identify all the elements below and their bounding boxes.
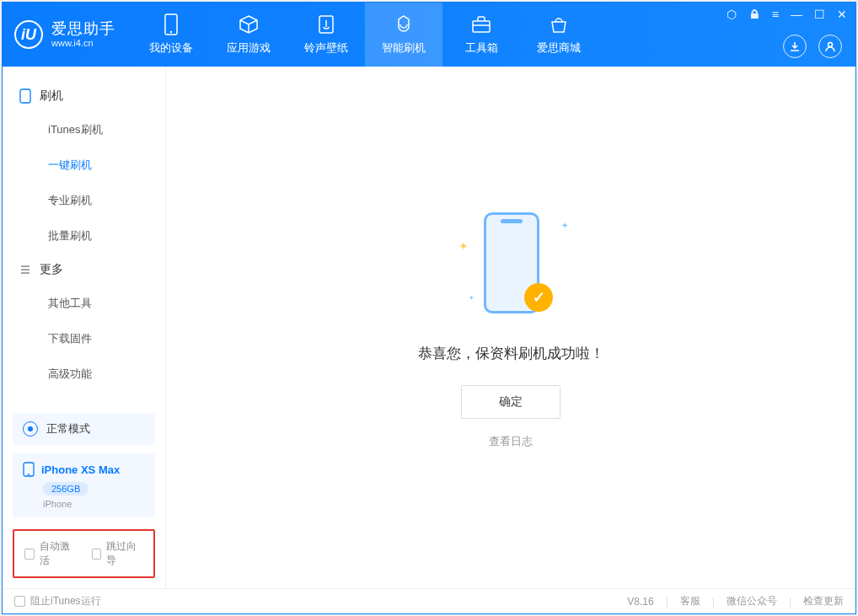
footer-right: V8.16 | 客服 | 微信公众号 | 检查更新 [627, 594, 844, 608]
sidebar-item-batch-flash[interactable]: 批量刷机 [3, 218, 165, 254]
minimize-icon[interactable]: — [791, 8, 802, 21]
mode-card[interactable]: 正常模式 [13, 413, 155, 445]
footer: 阻止iTunes运行 V8.16 | 客服 | 微信公众号 | 检查更新 [3, 588, 855, 613]
checkbox-label: 阻止iTunes运行 [30, 594, 101, 608]
svg-point-1 [170, 31, 172, 33]
svg-point-7 [28, 474, 29, 475]
checkbox-label: 自动激活 [40, 539, 77, 568]
body: 刷机 iTunes刷机 一键刷机 专业刷机 批量刷机 更多 其他工具 下载固件 … [3, 67, 855, 588]
maximize-icon[interactable]: ☐ [814, 8, 825, 21]
nav-label: 工具箱 [465, 40, 498, 56]
header-actions [783, 35, 842, 58]
device-card[interactable]: iPhone XS Max 256GB iPhone [13, 453, 155, 517]
device-icon [160, 13, 182, 35]
phone-icon [19, 88, 31, 104]
success-check-icon: ✓ [524, 283, 553, 312]
sidebar: 刷机 iTunes刷机 一键刷机 专业刷机 批量刷机 更多 其他工具 下载固件 … [3, 67, 166, 588]
sparkle-icon: ✦ [561, 221, 568, 230]
sidebar-section-flash: 刷机 [3, 80, 165, 112]
toolbox-icon [470, 13, 492, 35]
checkbox-icon [92, 549, 102, 560]
footer-link-update[interactable]: 检查更新 [803, 594, 844, 608]
view-log-link[interactable]: 查看日志 [489, 434, 533, 449]
user-icon[interactable] [818, 35, 842, 58]
device-phone-icon [23, 462, 35, 477]
sidebar-item-download-firmware[interactable]: 下载固件 [3, 321, 165, 356]
svg-rect-5 [20, 89, 30, 103]
highlighted-checkbox-row: 自动激活 跳过向导 [13, 529, 155, 578]
shirt-icon[interactable]: ⬡ [727, 8, 737, 21]
nav-tab-ringtones[interactable]: 铃声壁纸 [287, 3, 365, 67]
sidebar-bottom: 正常模式 iPhone XS Max 256GB iPhone 自动激活 [3, 413, 165, 588]
section-title: 更多 [40, 262, 63, 277]
separator: | [789, 596, 791, 608]
app-subtitle: www.i4.cn [51, 38, 115, 48]
device-capacity: 256GB [43, 482, 88, 495]
flash-icon [393, 13, 415, 35]
logo-icon: iU [14, 20, 43, 49]
sidebar-item-oneclick-flash[interactable]: 一键刷机 [3, 147, 165, 183]
checkbox-icon [24, 549, 35, 560]
app-window: iU 爱思助手 www.i4.cn 我的设备 应用游戏 [2, 2, 856, 614]
success-message: 恭喜您，保资料刷机成功啦！ [418, 344, 604, 363]
success-illustration: ✦ ✦ ✦ ✓ [452, 206, 570, 324]
sparkle-icon: ✦ [469, 294, 475, 302]
menu-icon[interactable]: ≡ [772, 8, 779, 21]
download-icon[interactable] [783, 35, 807, 58]
checkbox-block-itunes[interactable]: 阻止iTunes运行 [14, 594, 101, 608]
list-icon [19, 264, 31, 276]
version-label: V8.16 [627, 596, 653, 608]
separator: | [666, 596, 668, 608]
sparkle-icon: ✦ [458, 239, 469, 253]
nav-label: 爱思商城 [537, 40, 581, 56]
checkbox-icon [14, 596, 25, 607]
section-title: 刷机 [40, 88, 63, 104]
sidebar-item-advanced[interactable]: 高级功能 [3, 356, 165, 392]
checkbox-auto-activate[interactable]: 自动激活 [24, 539, 77, 568]
sidebar-section-more: 更多 [3, 254, 165, 286]
nav-tabs: 我的设备 应用游戏 铃声壁纸 智能刷机 [132, 3, 598, 67]
mode-label: 正常模式 [46, 421, 90, 437]
nav-label: 应用游戏 [227, 40, 271, 56]
nav-label: 铃声壁纸 [304, 40, 348, 56]
device-type: iPhone [43, 499, 145, 509]
sidebar-item-itunes-flash[interactable]: iTunes刷机 [3, 112, 165, 147]
nav-label: 智能刷机 [382, 40, 426, 56]
svg-rect-3 [473, 21, 490, 32]
nav-tab-flash[interactable]: 智能刷机 [365, 3, 442, 67]
nav-tab-toolbox[interactable]: 工具箱 [442, 3, 520, 67]
ok-button[interactable]: 确定 [461, 385, 560, 419]
main-content: ✦ ✦ ✦ ✓ 恭喜您，保资料刷机成功啦！ 确定 查看日志 [166, 67, 855, 588]
nav-label: 我的设备 [149, 40, 193, 56]
close-icon[interactable]: ✕ [837, 8, 847, 21]
titlebar-controls: ⬡ 🔒︎ ≡ — ☐ ✕ [727, 8, 847, 21]
nav-tab-apps[interactable]: 应用游戏 [210, 3, 287, 67]
nav-tab-my-device[interactable]: 我的设备 [132, 3, 210, 67]
header: iU 爱思助手 www.i4.cn 我的设备 应用游戏 [3, 3, 855, 67]
app-title: 爱思助手 [51, 21, 115, 38]
footer-link-wechat[interactable]: 微信公众号 [727, 594, 777, 608]
store-icon [548, 13, 570, 35]
separator: | [712, 596, 715, 608]
logo-area[interactable]: iU 爱思助手 www.i4.cn [3, 3, 132, 67]
svg-point-4 [829, 43, 833, 47]
checkbox-skip-guide[interactable]: 跳过向导 [92, 539, 144, 568]
sidebar-item-other-tools[interactable]: 其他工具 [3, 286, 165, 321]
mode-icon [23, 421, 38, 437]
sidebar-item-pro-flash[interactable]: 专业刷机 [3, 183, 165, 218]
nav-tab-store[interactable]: 爱思商城 [520, 3, 598, 67]
ringtone-icon [315, 13, 337, 35]
cube-icon [238, 13, 260, 35]
footer-link-support[interactable]: 客服 [680, 594, 700, 608]
logo-text: 爱思助手 www.i4.cn [51, 21, 115, 48]
device-name: iPhone XS Max [41, 463, 120, 476]
checkbox-label: 跳过向导 [106, 539, 143, 568]
lock-icon[interactable]: 🔒︎ [748, 8, 760, 21]
